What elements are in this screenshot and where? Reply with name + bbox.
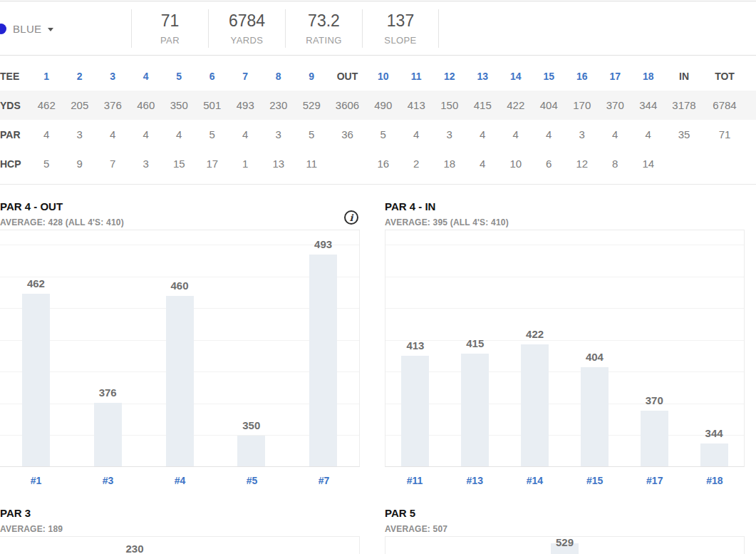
chart-subtitle: AVERAGE: 428 (ALL 4'S: 410): [0, 217, 360, 227]
bar-hole-15[interactable]: [581, 367, 609, 466]
x-axis-label-hole[interactable]: #7: [299, 475, 349, 486]
gridline: [385, 245, 744, 245]
stat-yards: 6784 YARDS: [208, 9, 285, 48]
tee-stats-header: BLUE 71 PAR 6784 YARDS 73.2 RATING 137 S…: [0, 1, 756, 55]
yds-cell: 529: [295, 99, 328, 111]
bar-hole-4[interactable]: [166, 296, 194, 466]
bar-hole-5[interactable]: [237, 436, 265, 466]
x-axis-label-hole[interactable]: #17: [630, 475, 680, 486]
hole-12-header[interactable]: 12: [433, 71, 467, 82]
bar-hole-7[interactable]: [309, 255, 337, 466]
golf-scorecard-page: BLUE 71 PAR 6784 YARDS 73.2 RATING 137 S…: [0, 0, 756, 554]
bar-hole-3[interactable]: [94, 403, 122, 466]
hcp-cell: 18: [433, 158, 467, 170]
bar-value-label: 350: [227, 419, 276, 432]
yds-cell: 493: [229, 99, 262, 111]
hole-15-header[interactable]: 15: [532, 71, 566, 82]
chart-subtitle: AVERAGE: 507: [385, 524, 745, 534]
tee-selector-dropdown[interactable]: BLUE: [0, 18, 53, 39]
hole-13-header[interactable]: 13: [466, 71, 499, 82]
hole-9-header[interactable]: 9: [295, 71, 328, 82]
chart-subtitle: AVERAGE: 395 (ALL 4'S: 410): [385, 217, 745, 227]
x-axis-label-hole[interactable]: #13: [450, 475, 499, 486]
hole-4-header[interactable]: 4: [130, 71, 163, 82]
yds-cell: 404: [532, 99, 566, 111]
par-cell: 5: [295, 128, 328, 140]
tee-selector-label: BLUE: [13, 23, 41, 35]
x-axis-label-hole[interactable]: #18: [690, 475, 740, 486]
stat-yards-label: YARDS: [231, 35, 264, 46]
hole-3-header[interactable]: 3: [96, 71, 130, 82]
bar-hole-13[interactable]: [461, 354, 489, 466]
par-cell: 4: [30, 128, 63, 140]
yds-cell: 376: [96, 99, 130, 111]
chart-subtitle: AVERAGE: 189: [0, 524, 360, 534]
hcp-cell: 15: [162, 158, 196, 170]
hcp-cell: 13: [262, 158, 296, 170]
x-axis-label-hole[interactable]: #15: [570, 475, 620, 486]
hole-18-header[interactable]: 18: [632, 71, 666, 82]
row-label-yds: YDS: [0, 100, 30, 111]
scorecard-row-yds: YDS4622053764603505014932305293606490413…: [0, 91, 756, 120]
row-label-par: PAR: [0, 129, 30, 140]
chart-plot-area: 462376460350493: [0, 230, 360, 467]
bar-hole-1[interactable]: [22, 294, 50, 466]
x-axis-label-hole[interactable]: #5: [227, 475, 277, 486]
hole-1-header[interactable]: 1: [30, 71, 63, 82]
hole-2-header[interactable]: 2: [63, 71, 97, 82]
info-icon[interactable]: i: [344, 210, 358, 225]
x-axis-label-hole[interactable]: #4: [155, 475, 205, 486]
chart-x-axis: #1#3#4#5#7: [0, 475, 360, 488]
chart-title: PAR 4 - IN: [385, 200, 745, 213]
hcp-cell: 7: [96, 158, 130, 170]
par-cell: 5: [367, 128, 400, 140]
bar-hole-11[interactable]: [401, 356, 429, 466]
yds-cell: 150: [433, 99, 467, 111]
chart-x-axis: #11#13#14#15#17#18: [385, 475, 745, 488]
bar-hole-18[interactable]: [700, 443, 728, 466]
chevron-down-icon: [48, 28, 53, 31]
par-cell: 5: [196, 128, 229, 140]
hole-10-header[interactable]: 10: [367, 71, 400, 82]
hole-11-header[interactable]: 11: [400, 71, 433, 82]
yds-cell: 460: [130, 99, 163, 111]
par-cell: 4: [532, 128, 566, 140]
yds-cell: 462: [30, 99, 63, 111]
chart-par3: PAR 3 AVERAGE: 189 205230150170 #2#8#12#…: [0, 507, 360, 534]
bar-value-label: 462: [11, 277, 61, 290]
hole-5-header[interactable]: 5: [162, 71, 196, 82]
bar-hole-17[interactable]: [641, 411, 668, 466]
scorecard-row-par: PAR434445435365434443443571: [0, 120, 756, 149]
gridline: [385, 371, 744, 372]
hcp-cell: 17: [196, 158, 229, 170]
chart-par5: PAR 5 AVERAGE: 507 501529490 #6#9#10: [385, 507, 745, 534]
yds-cell: 490: [367, 99, 400, 111]
bar-value-label: 415: [450, 337, 500, 350]
x-axis-label-hole[interactable]: #3: [83, 475, 133, 486]
hole-17-header[interactable]: 17: [599, 71, 632, 82]
header-divider: [0, 55, 756, 56]
hole-6-header[interactable]: 6: [196, 71, 229, 82]
hole-16-header[interactable]: 16: [566, 71, 599, 82]
hole-14-header[interactable]: 14: [499, 71, 533, 82]
hcp-cell: 11: [295, 158, 328, 170]
bar-value-label: 529: [540, 536, 590, 549]
bar-hole-14[interactable]: [521, 344, 549, 466]
par-cell: 71: [703, 128, 746, 140]
par-cell: 4: [599, 128, 632, 140]
chart-plot-area: 205230150170: [0, 536, 360, 554]
par-cell: 3: [433, 128, 467, 140]
par-cell: 3: [262, 128, 296, 140]
yds-cell: 501: [196, 99, 229, 111]
bar-value-label: 460: [155, 279, 204, 292]
x-axis-label-hole[interactable]: #14: [509, 475, 559, 486]
col-header-in: IN: [665, 71, 703, 82]
x-axis-label-hole[interactable]: #1: [11, 475, 61, 486]
x-axis-label-hole[interactable]: #11: [390, 475, 440, 486]
course-stats: 71 PAR 6784 YARDS 73.2 RATING 137 SLOPE: [131, 9, 439, 48]
tee-color-dot-icon: [0, 24, 6, 34]
stat-rating-label: RATING: [306, 35, 342, 46]
chart-title: PAR 5: [385, 507, 745, 520]
hole-8-header[interactable]: 8: [262, 71, 296, 82]
hole-7-header[interactable]: 7: [229, 71, 262, 82]
